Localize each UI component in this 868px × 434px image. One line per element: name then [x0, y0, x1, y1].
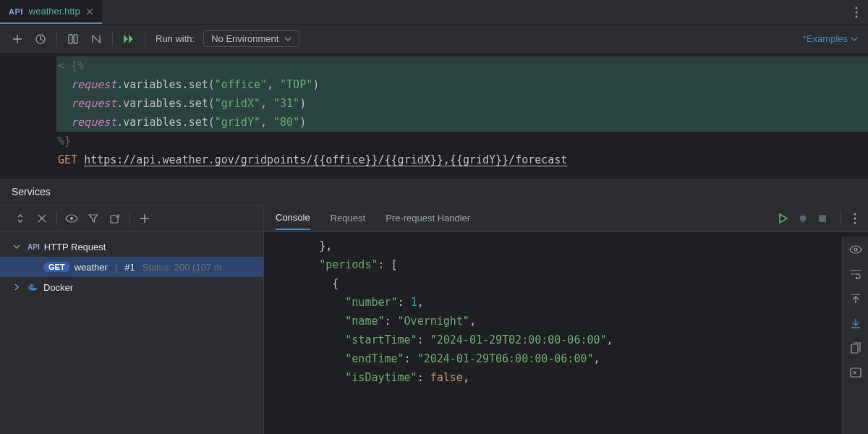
svg-point-6 [70, 217, 73, 220]
method-badge: GET [43, 262, 70, 272]
expand-collapse-icon[interactable] [10, 208, 30, 229]
tree-request-item[interactable]: GET weather | #1 Status: 200 (107 m [0, 257, 263, 277]
preview-icon[interactable] [848, 242, 863, 257]
services-tree: API HTTP Request GET weather | #1 Status… [0, 232, 263, 297]
close-tab-icon[interactable] [86, 8, 93, 15]
svg-rect-14 [819, 215, 826, 222]
scroll-to-top-icon[interactable] [848, 292, 863, 306]
svg-rect-5 [74, 35, 77, 43]
chevron-down-icon [284, 37, 292, 41]
tab-console[interactable]: Console [276, 206, 310, 230]
run-icon[interactable] [779, 213, 788, 224]
tab-menu-icon[interactable] [845, 0, 868, 24]
svg-rect-11 [30, 284, 32, 286]
docker-icon [27, 281, 39, 293]
examples-link[interactable]: *Examples [803, 33, 858, 44]
services-title: Services [0, 179, 868, 205]
file-name: weather.http [29, 6, 80, 17]
stop-icon[interactable] [818, 214, 827, 223]
svg-point-17 [854, 221, 856, 224]
rerun-icon[interactable] [105, 208, 125, 229]
structure-icon[interactable] [63, 29, 83, 49]
editor-toolbar: Run with: No Environment *Examples [0, 25, 868, 54]
file-tab[interactable]: API weather.http [0, 0, 102, 24]
compare-icon[interactable] [848, 365, 863, 380]
filter-icon[interactable] [83, 208, 103, 229]
response-pane: Console Request Pre-request Handler }, "… [264, 205, 868, 434]
svg-rect-9 [30, 286, 32, 288]
convert-icon[interactable] [86, 29, 106, 49]
tab-bar: API weather.http [0, 0, 868, 25]
svg-point-15 [854, 213, 856, 215]
file-ext-badge: API [9, 7, 23, 16]
response-body[interactable]: }, "periods": [ { "number": 1, "name": "… [264, 232, 868, 434]
scroll-to-end-icon[interactable] [848, 316, 863, 331]
tab-request[interactable]: Request [331, 207, 365, 229]
svg-point-2 [856, 15, 858, 17]
svg-rect-8 [28, 286, 30, 288]
close-all-icon[interactable] [32, 208, 52, 229]
history-icon[interactable] [30, 29, 51, 49]
svg-point-16 [854, 217, 856, 219]
add-service-icon[interactable] [135, 208, 155, 229]
soft-wrap-icon[interactable] [848, 267, 863, 281]
environment-value: No Environment [211, 33, 278, 44]
svg-point-18 [854, 248, 857, 251]
run-all-icon[interactable] [119, 29, 139, 49]
response-menu-icon[interactable] [854, 213, 856, 224]
svg-rect-10 [33, 286, 34, 288]
add-request-icon[interactable] [7, 29, 27, 49]
svg-point-1 [856, 11, 858, 13]
tree-docker[interactable]: Docker [0, 277, 263, 297]
run-with-label: Run with: [156, 33, 195, 44]
environment-select[interactable]: No Environment [203, 30, 299, 47]
tab-prerequest[interactable]: Pre-request Handler [386, 207, 470, 229]
services-toolbar [0, 205, 263, 232]
svg-rect-12 [33, 284, 34, 286]
debug-icon[interactable] [798, 213, 808, 224]
services-panel: Services API HTTP Request [0, 178, 868, 434]
chevron-down-icon [851, 37, 858, 41]
show-hide-icon[interactable] [61, 208, 82, 229]
svg-rect-19 [851, 344, 858, 353]
svg-rect-4 [69, 35, 72, 43]
copy-icon[interactable] [848, 341, 863, 355]
api-icon: API [27, 243, 40, 251]
svg-point-0 [856, 7, 858, 9]
tree-http-request[interactable]: API HTTP Request [0, 237, 263, 257]
code-editor[interactable]: < {% request.variables.set("office", "TO… [0, 54, 868, 178]
response-side-rail [842, 237, 868, 434]
